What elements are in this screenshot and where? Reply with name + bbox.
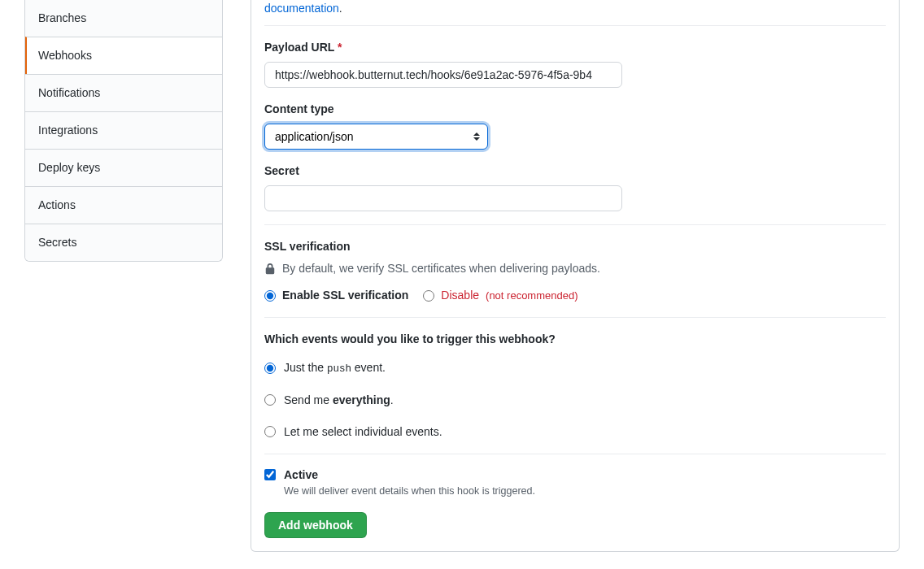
events-section: Which events would you like to trigger t… xyxy=(264,331,886,441)
content-type-select[interactable]: application/json application/x-www-form-… xyxy=(264,124,488,150)
ssl-radio-row: Enable SSL verification Disable (not rec… xyxy=(264,287,886,304)
events-everything-option[interactable]: Send me everything. xyxy=(264,392,886,409)
active-text: Active We will deliver event details whe… xyxy=(284,467,535,499)
ssl-heading: SSL verification xyxy=(264,238,886,255)
everything-bold: everything xyxy=(333,393,390,406)
webhook-form-panel: documentation. Payload URL * Content typ… xyxy=(251,0,900,552)
sidebar-item-label: Actions xyxy=(38,198,76,211)
ssl-enable-radio[interactable] xyxy=(264,290,276,302)
sidebar-item-label: Integrations xyxy=(38,124,98,137)
active-title: Active xyxy=(284,467,535,482)
ssl-enable-label: Enable SSL verification xyxy=(282,287,408,304)
sidebar-item-branches[interactable]: Branches xyxy=(25,0,222,37)
active-note: We will deliver event details when this … xyxy=(284,484,535,499)
events-heading: Which events would you like to trigger t… xyxy=(264,331,886,348)
ssl-note-text: By default, we verify SSL certificates w… xyxy=(282,260,600,277)
text: . xyxy=(390,393,394,406)
sidebar-item-actions[interactable]: Actions xyxy=(25,186,222,224)
divider xyxy=(264,317,886,318)
ssl-note: By default, we verify SSL certificates w… xyxy=(264,260,886,277)
ssl-disable-option[interactable]: Disable (not recommended) xyxy=(423,287,578,304)
events-push-label: Just the push event. xyxy=(284,359,386,377)
text: event. xyxy=(351,361,386,374)
sidebar-item-label: Webhooks xyxy=(38,49,92,62)
lock-icon xyxy=(264,263,276,276)
sidebar-item-deploy-keys[interactable]: Deploy keys xyxy=(25,149,222,186)
sidebar-item-integrations[interactable]: Integrations xyxy=(25,111,222,149)
intro-tail: . xyxy=(339,2,342,15)
secret-label: Secret xyxy=(264,163,886,180)
events-individual-option[interactable]: Let me select individual events. xyxy=(264,423,886,441)
documentation-link[interactable]: documentation xyxy=(264,2,339,15)
events-push-option[interactable]: Just the push event. xyxy=(264,359,886,377)
add-webhook-button[interactable]: Add webhook xyxy=(264,512,367,538)
events-individual-radio[interactable] xyxy=(264,426,276,437)
sidebar-item-label: Branches xyxy=(38,11,86,24)
divider xyxy=(264,454,886,454)
secret-group: Secret xyxy=(264,163,886,211)
active-block: Active We will deliver event details whe… xyxy=(264,467,886,499)
secret-input[interactable] xyxy=(264,185,622,211)
sidebar-item-label: Notifications xyxy=(38,86,100,99)
ssl-disable-label: Disable xyxy=(441,287,479,304)
text: Just the xyxy=(284,361,327,374)
sidebar-item-webhooks[interactable]: Webhooks xyxy=(25,37,222,74)
settings-sidebar: Branches Webhooks Notifications Integrat… xyxy=(24,0,223,262)
events-push-radio[interactable] xyxy=(264,363,276,374)
text: Send me xyxy=(284,393,333,406)
payload-url-label: Payload URL * xyxy=(264,39,886,56)
sidebar-item-label: Secrets xyxy=(38,236,76,249)
required-mark: * xyxy=(338,41,342,54)
label-text: Payload URL xyxy=(264,41,334,54)
content-type-label: Content type xyxy=(264,101,886,118)
payload-url-group: Payload URL * xyxy=(264,39,886,88)
sidebar-item-label: Deploy keys xyxy=(38,161,100,174)
active-checkbox[interactable] xyxy=(264,469,276,480)
intro-text-fragment: documentation. xyxy=(264,0,886,26)
events-everything-radio[interactable] xyxy=(264,394,276,406)
sidebar-item-secrets[interactable]: Secrets xyxy=(25,224,222,261)
content-type-select-wrap: application/json application/x-www-form-… xyxy=(264,124,488,150)
ssl-disable-radio[interactable] xyxy=(423,290,434,302)
events-everything-label: Send me everything. xyxy=(284,392,394,409)
events-individual-label: Let me select individual events. xyxy=(284,423,442,441)
payload-url-input[interactable] xyxy=(264,62,622,88)
sidebar-item-notifications[interactable]: Notifications xyxy=(25,74,222,111)
content-type-group: Content type application/json applicatio… xyxy=(264,101,886,150)
push-code: push xyxy=(327,363,351,375)
ssl-disable-note: (not recommended) xyxy=(486,288,578,304)
ssl-section: SSL verification By default, we verify S… xyxy=(264,238,886,304)
ssl-enable-option[interactable]: Enable SSL verification xyxy=(264,287,408,304)
divider xyxy=(264,224,886,225)
